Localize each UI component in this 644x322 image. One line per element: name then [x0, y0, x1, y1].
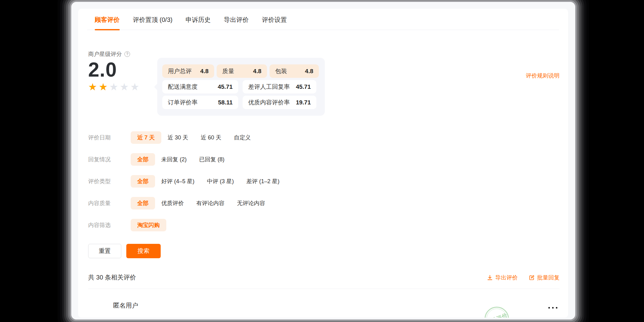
main-content: 评价规则说明 商户星级评分 ? 2.0 ★★★★★	[78, 51, 568, 318]
filter-option[interactable]: 优质评价	[161, 199, 184, 207]
filter-option[interactable]: 已回复 (8)	[199, 156, 224, 163]
score-value: 2.0	[88, 62, 157, 78]
search-button[interactable]: 搜索	[126, 244, 161, 258]
filter-row-review-type: 评价类型 全部 好评 (4–5 星) 中评 (3 星) 差评 (1–2 星)	[88, 175, 568, 188]
filter-row-reply-status: 回复情况 全部 未回复 (2) 已回复 (8)	[88, 153, 568, 166]
results-header: 共 30 条相关评价 导出评价	[88, 273, 560, 289]
stat-delivery-satisfaction: 配送满意度 45.71	[162, 80, 238, 93]
help-icon[interactable]: ?	[124, 51, 130, 57]
filter-row-content-quality: 内容质量 全部 优质评价 有评论内容 无评论内容	[88, 197, 568, 209]
tab-label: 申诉历史	[186, 16, 211, 23]
filter-chip-selected[interactable]: 淘宝闪购	[131, 219, 166, 231]
filter-chip-selected[interactable]: 全部	[131, 153, 155, 166]
active-tab-underline	[95, 29, 120, 30]
star-icon: ★	[99, 81, 109, 93]
filter-option[interactable]: 近 60 天	[201, 134, 221, 141]
stat-packaging: 包装 4.8	[269, 64, 319, 78]
review-management-panel: 顾客评价 评价置顶 (0/3) 申诉历史 导出评价 评价设置 评价规则说明	[78, 9, 568, 318]
score-section: 商户星级评分 ? 2.0 ★★★★★ 用户总评 4.8	[88, 51, 568, 116]
stats-row: 配送满意度 45.71 差评人工回复率 45.71	[162, 80, 320, 93]
tab-pinned-reviews[interactable]: 评价置顶 (0/3)	[133, 16, 173, 30]
score-label: 商户星级评分	[88, 51, 122, 58]
filter-row-content-filter: 内容筛选 淘宝闪购	[88, 219, 568, 231]
reset-button[interactable]: 重置	[88, 244, 121, 258]
tab-review-settings[interactable]: 评价设置	[262, 16, 287, 30]
filter-option[interactable]: 有评论内容	[196, 199, 224, 207]
results-summary: 共 30 条相关评价	[88, 273, 136, 282]
tab-label: 评价设置	[262, 16, 287, 23]
filter-chip-selected[interactable]: 全部	[131, 197, 155, 209]
stats-row: 用户总评 4.8 质量 4.8 包装 4.8	[162, 64, 320, 78]
filter-chip-selected[interactable]: 近 7 天	[131, 131, 161, 144]
download-icon	[487, 275, 493, 280]
star-icon: ★	[152, 317, 162, 318]
filter-label: 评价日期	[88, 134, 131, 141]
star-icon: ★	[130, 81, 141, 93]
page-background: 顾客评价 评价置顶 (0/3) 申诉历史 导出评价 评价设置 评价规则说明	[0, 0, 644, 322]
review-list-item: 匿名用户 ★★★★★ 质量：2 星 ｜ 包装：3 星 优质评价	[88, 289, 568, 318]
batch-reply-link[interactable]: 批量回复	[529, 274, 560, 281]
rules-link[interactable]: 评价规则说明	[526, 72, 560, 79]
stat-quality: 质量 4.8	[217, 64, 267, 78]
tab-label: 顾客评价	[95, 16, 120, 23]
tab-customer-reviews[interactable]: 顾客评价	[95, 16, 120, 30]
export-reviews-link[interactable]: 导出评价	[487, 274, 518, 281]
filter-option[interactable]: 好评 (4–5 星)	[161, 178, 194, 185]
star-icon: ★	[123, 317, 133, 318]
star-icon: ★	[120, 81, 130, 93]
star-icon: ★	[88, 81, 99, 93]
filter-section: 评价日期 近 7 天 近 30 天 近 60 天 自定义 回复情况 全部 未回复…	[88, 131, 568, 231]
stat-quality-content-rate: 优质内容评价率 19.71	[243, 96, 316, 109]
star-icon: ★	[142, 317, 152, 318]
score-stats-panel: 用户总评 4.8 质量 4.8 包装 4.8	[157, 58, 325, 116]
filter-option[interactable]: 自定义	[234, 134, 251, 141]
tab-export-reviews[interactable]: 导出评价	[224, 16, 249, 30]
filter-option[interactable]: 差评 (1–2 星)	[246, 178, 279, 185]
tab-label: 评价置顶 (0/3)	[133, 16, 173, 23]
star-icon: ★	[109, 81, 120, 93]
merchant-score: 商户星级评分 ? 2.0 ★★★★★	[88, 51, 157, 92]
filter-label: 回复情况	[88, 156, 131, 163]
filter-row-date: 评价日期 近 7 天 近 30 天 近 60 天 自定义	[88, 131, 568, 144]
tab-label: 导出评价	[224, 16, 249, 23]
filter-label: 内容筛选	[88, 221, 131, 229]
more-options-icon[interactable]	[548, 305, 557, 310]
stat-user-overall: 用户总评 4.8	[162, 64, 214, 78]
filter-option[interactable]: 无评论内容	[237, 199, 265, 207]
filter-label: 内容质量	[88, 199, 131, 207]
filter-option[interactable]: 未回复 (2)	[161, 156, 187, 163]
filter-actions: 重置 搜索	[88, 244, 568, 258]
stat-order-review-rate: 订单评价率 58.11	[162, 96, 238, 109]
edit-icon	[529, 275, 535, 280]
app-window: 顾客评价 评价置顶 (0/3) 申诉历史 导出评价 评价设置 评价规则说明	[71, 2, 575, 319]
tab-bar: 顾客评价 评价置顶 (0/3) 申诉历史 导出评价 评价设置	[87, 9, 559, 30]
stat-negative-reply-rate: 差评人工回复率 45.71	[243, 80, 316, 93]
filter-label: 评价类型	[88, 178, 131, 185]
star-icon: ★	[113, 317, 123, 318]
stats-row: 订单评价率 58.11 优质内容评价率 19.71	[162, 96, 320, 109]
filter-option[interactable]: 近 30 天	[168, 134, 188, 141]
tab-appeal-history[interactable]: 申诉历史	[186, 16, 211, 30]
review-sub-ratings: 质量：2 星 ｜ 包装：3 星	[173, 317, 236, 318]
star-icon: ★	[133, 317, 142, 318]
filter-chip-selected[interactable]: 全部	[131, 175, 155, 188]
results-actions: 导出评价 批量回复	[487, 274, 560, 281]
score-stars: ★★★★★	[88, 82, 157, 92]
filter-option[interactable]: 中评 (3 星)	[207, 178, 234, 185]
